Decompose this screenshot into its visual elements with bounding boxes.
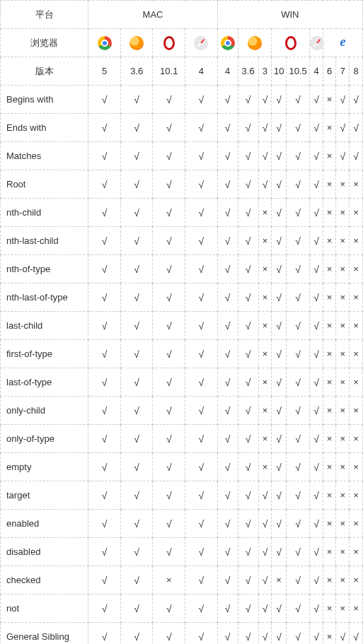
support-yes: √ xyxy=(88,481,121,510)
support-yes: √ xyxy=(287,142,310,170)
version-cell: 3.6 xyxy=(238,57,258,86)
support-yes: √ xyxy=(287,199,310,227)
support-no: × xyxy=(350,283,363,312)
feature-label: Begins with xyxy=(1,86,88,114)
support-yes: √ xyxy=(185,595,218,623)
version-cell: 4 xyxy=(217,57,238,86)
support-yes: √ xyxy=(120,199,153,227)
support-no: × xyxy=(258,199,272,227)
support-no: × xyxy=(336,566,350,595)
support-yes: √ xyxy=(310,510,323,538)
support-yes: √ xyxy=(217,538,238,566)
support-no: × xyxy=(323,199,336,227)
support-yes: √ xyxy=(217,86,238,114)
support-yes: √ xyxy=(185,368,218,397)
support-yes: √ xyxy=(120,368,153,397)
support-yes: √ xyxy=(88,255,121,283)
version-cell: 8 xyxy=(350,57,363,86)
support-yes: √ xyxy=(120,142,153,170)
support-yes: √ xyxy=(258,595,272,623)
feature-label: Matches xyxy=(1,142,88,170)
support-yes: √ xyxy=(153,425,185,453)
support-no: × xyxy=(350,538,363,566)
support-no: × xyxy=(336,595,350,623)
table-row: Matches√√√√√√√√√√×√√ xyxy=(1,142,363,170)
support-yes: √ xyxy=(120,312,153,340)
support-yes: √ xyxy=(88,142,121,170)
support-yes: √ xyxy=(120,283,153,312)
support-yes: √ xyxy=(238,510,258,538)
support-yes: √ xyxy=(153,340,185,368)
support-yes: √ xyxy=(258,170,272,199)
version-cell: 10.5 xyxy=(287,57,310,86)
support-yes: √ xyxy=(287,397,310,425)
support-yes: √ xyxy=(272,595,287,623)
version-row: 版本 5 3.6 10.1 4 4 3.6 3 10 10.5 4 6 7 8 xyxy=(1,57,363,86)
table-row: nth-last-of-type√√√√√√×√√√××× xyxy=(1,283,363,312)
support-yes: √ xyxy=(238,425,258,453)
support-yes: √ xyxy=(217,623,238,645)
support-no: × xyxy=(350,481,363,510)
version-cell: 7 xyxy=(336,57,350,86)
support-yes: √ xyxy=(153,114,185,142)
safari-icon xyxy=(310,29,323,57)
support-no: × xyxy=(153,566,185,595)
support-yes: √ xyxy=(258,86,272,114)
support-no: × xyxy=(350,595,363,623)
support-yes: √ xyxy=(272,86,287,114)
table-row: only-child√√√√√√×√√√××× xyxy=(1,397,363,425)
table-row: nth-child√√√√√√×√√√××× xyxy=(1,199,363,227)
support-yes: √ xyxy=(120,397,153,425)
support-yes: √ xyxy=(238,227,258,255)
support-yes: √ xyxy=(272,312,287,340)
table-body: Begins with√√√√√√√√√√×√√Ends with√√√√√√√… xyxy=(1,86,363,645)
support-yes: √ xyxy=(185,481,218,510)
support-yes: √ xyxy=(88,510,121,538)
support-yes: √ xyxy=(153,255,185,283)
support-yes: √ xyxy=(88,227,121,255)
support-yes: √ xyxy=(120,86,153,114)
version-cell: 5 xyxy=(88,57,121,86)
support-yes: √ xyxy=(272,255,287,283)
support-yes: √ xyxy=(153,312,185,340)
support-yes: √ xyxy=(217,255,238,283)
support-yes: √ xyxy=(287,170,310,199)
support-yes: √ xyxy=(120,481,153,510)
feature-label: last-child xyxy=(1,312,88,340)
support-yes: √ xyxy=(88,86,121,114)
support-yes: √ xyxy=(310,114,323,142)
support-yes: √ xyxy=(310,86,323,114)
support-yes: √ xyxy=(217,283,238,312)
support-yes: √ xyxy=(287,283,310,312)
version-label: 版本 xyxy=(1,57,88,86)
safari-icon xyxy=(185,29,218,57)
support-yes: √ xyxy=(272,510,287,538)
support-yes: √ xyxy=(153,86,185,114)
support-yes: √ xyxy=(272,227,287,255)
support-yes: √ xyxy=(310,340,323,368)
version-cell: 4 xyxy=(185,57,218,86)
support-yes: √ xyxy=(217,397,238,425)
support-yes: √ xyxy=(153,453,185,481)
support-yes: √ xyxy=(287,227,310,255)
support-yes: √ xyxy=(185,255,218,283)
support-yes: √ xyxy=(88,283,121,312)
feature-label: first-of-type xyxy=(1,340,88,368)
support-yes: √ xyxy=(185,199,218,227)
support-yes: √ xyxy=(310,283,323,312)
support-yes: √ xyxy=(336,86,350,114)
support-yes: √ xyxy=(238,481,258,510)
support-yes: √ xyxy=(258,623,272,645)
support-yes: √ xyxy=(120,227,153,255)
support-yes: √ xyxy=(185,510,218,538)
support-no: × xyxy=(323,86,336,114)
support-yes: √ xyxy=(287,114,310,142)
table-row: Begins with√√√√√√√√√√×√√ xyxy=(1,86,363,114)
win-header: WIN xyxy=(217,1,362,29)
support-yes: √ xyxy=(310,538,323,566)
support-no: × xyxy=(323,227,336,255)
support-no: × xyxy=(323,623,336,645)
support-yes: √ xyxy=(185,566,218,595)
support-no: × xyxy=(323,255,336,283)
support-yes: √ xyxy=(336,114,350,142)
